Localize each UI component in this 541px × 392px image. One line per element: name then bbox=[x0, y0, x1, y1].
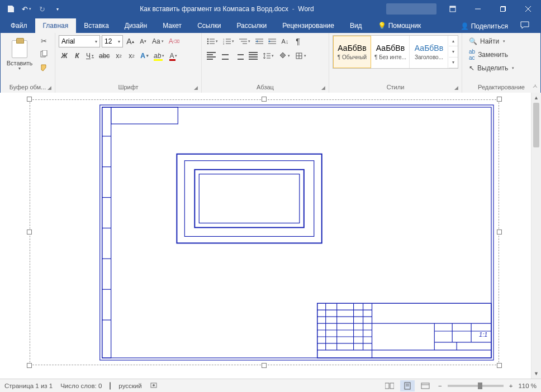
resize-handle-ml[interactable] bbox=[27, 230, 32, 235]
scroll-thumb[interactable] bbox=[533, 103, 539, 147]
font-size-value: 12 bbox=[105, 37, 112, 45]
paragraph-launcher[interactable]: ◢ bbox=[321, 85, 325, 90]
replace-icon: abac bbox=[469, 49, 475, 61]
resize-handle-tr[interactable] bbox=[497, 97, 502, 102]
align-left-button[interactable] bbox=[205, 50, 217, 62]
restore-button[interactable] bbox=[490, 1, 515, 17]
scroll-down-button[interactable]: ▼ bbox=[531, 369, 541, 379]
zoom-slider[interactable] bbox=[448, 385, 504, 387]
qat-customize-button[interactable]: ▾ bbox=[51, 2, 64, 16]
status-macro[interactable] bbox=[150, 381, 158, 390]
paste-button[interactable]: Вставить ▼ bbox=[4, 35, 35, 75]
find-button[interactable]: 🔍Найти bbox=[466, 35, 537, 47]
font-launcher[interactable]: ◢ bbox=[194, 85, 198, 90]
undo-button[interactable]: ↶ bbox=[20, 2, 33, 16]
close-button[interactable] bbox=[515, 1, 540, 17]
tell-me[interactable]: 💡 Помощник bbox=[370, 18, 429, 33]
zoom-out-button[interactable]: − bbox=[436, 383, 444, 389]
resize-handle-br[interactable] bbox=[497, 363, 502, 368]
italic-button[interactable]: К bbox=[72, 50, 83, 62]
bold-button[interactable]: Ж bbox=[59, 50, 70, 62]
replace-button[interactable]: abacЗаменить bbox=[466, 49, 537, 61]
styles-launcher[interactable]: ◢ bbox=[454, 85, 458, 90]
format-painter-button[interactable] bbox=[37, 62, 50, 73]
change-case-button[interactable]: Aa bbox=[150, 35, 165, 47]
search-icon: 🔍 bbox=[469, 37, 477, 45]
status-words[interactable]: Число слов: 0 bbox=[60, 383, 102, 389]
line-spacing-button[interactable] bbox=[261, 50, 276, 62]
copy-button[interactable] bbox=[37, 49, 50, 60]
vertical-scrollbar[interactable]: ▲ ▼ bbox=[531, 93, 541, 379]
font-name-combo[interactable]: Arial bbox=[59, 35, 100, 47]
tab-file[interactable]: Файл bbox=[3, 18, 35, 33]
styles-gallery[interactable]: АаБбВв ¶ Обычный АаБбВв ¶ Без инте... Аа… bbox=[333, 35, 458, 69]
inserted-image[interactable]: 1:1 bbox=[30, 99, 499, 365]
resize-handle-bm[interactable] bbox=[262, 363, 267, 368]
ribbon-options-button[interactable] bbox=[440, 1, 465, 17]
minimize-button[interactable] bbox=[465, 1, 490, 17]
tab-insert[interactable]: Вставка bbox=[76, 18, 117, 33]
font-size-combo[interactable]: 12 bbox=[102, 35, 123, 47]
style-no-spacing[interactable]: АаБбВв ¶ Без инте... bbox=[372, 36, 410, 68]
cut-button[interactable]: ✂ bbox=[37, 35, 50, 46]
status-proofing[interactable] bbox=[110, 383, 111, 389]
shading-button[interactable] bbox=[277, 50, 292, 62]
underline-button[interactable]: Ч bbox=[84, 50, 96, 62]
clipboard-launcher[interactable]: ◢ bbox=[48, 85, 51, 90]
svg-text:3: 3 bbox=[223, 42, 225, 45]
align-right-button[interactable] bbox=[233, 50, 245, 62]
multilevel-list-button[interactable] bbox=[238, 35, 252, 47]
resize-handle-tl[interactable] bbox=[27, 97, 32, 102]
save-button[interactable] bbox=[4, 2, 17, 16]
clear-formatting-button[interactable]: A⌫ bbox=[167, 35, 181, 47]
status-language[interactable]: русский bbox=[118, 383, 141, 389]
resize-handle-tm[interactable] bbox=[262, 97, 267, 102]
tab-layout[interactable]: Макет bbox=[155, 18, 189, 33]
highlight-button[interactable]: ab bbox=[152, 50, 166, 62]
tab-mailings[interactable]: Рассылки bbox=[229, 18, 274, 33]
increase-indent-button[interactable] bbox=[267, 35, 278, 47]
tab-references[interactable]: Ссылки bbox=[189, 18, 229, 33]
tab-view[interactable]: Вид bbox=[342, 18, 370, 33]
svg-rect-47 bbox=[194, 170, 304, 228]
view-print-button[interactable] bbox=[400, 380, 415, 391]
scroll-up-button[interactable]: ▲ bbox=[531, 93, 541, 103]
numbering-button[interactable]: 123 bbox=[221, 35, 236, 47]
shrink-font-button[interactable]: A▾ bbox=[137, 35, 149, 47]
select-button[interactable]: ↖Выделить bbox=[466, 62, 537, 74]
zoom-in-button[interactable]: + bbox=[507, 383, 515, 389]
tab-home[interactable]: Главная bbox=[35, 18, 77, 33]
text-effects-button[interactable]: A bbox=[139, 50, 150, 62]
document-area[interactable]: 1:1 ▲ ▼ bbox=[0, 93, 541, 379]
decrease-indent-button[interactable] bbox=[254, 35, 265, 47]
font-color-button[interactable]: A bbox=[168, 50, 179, 62]
justify-button[interactable] bbox=[247, 50, 259, 62]
styles-more[interactable]: ▴▾▾ bbox=[449, 36, 458, 68]
align-center-button[interactable] bbox=[219, 50, 231, 62]
view-read-button[interactable] bbox=[382, 380, 397, 391]
status-page[interactable]: Страница 1 из 1 bbox=[4, 383, 53, 389]
user-badge[interactable] bbox=[386, 3, 436, 15]
comments-button[interactable] bbox=[517, 19, 533, 33]
tab-design[interactable]: Дизайн bbox=[117, 18, 155, 33]
subscript-button[interactable]: x2 bbox=[113, 50, 124, 62]
resize-handle-mr[interactable] bbox=[497, 230, 502, 235]
tab-review[interactable]: Рецензирование bbox=[274, 18, 342, 33]
borders-button[interactable] bbox=[293, 50, 308, 62]
share-button[interactable]: 👤 Поделиться bbox=[457, 20, 511, 32]
zoom-value[interactable]: 110 % bbox=[518, 383, 537, 389]
bullets-button[interactable] bbox=[205, 35, 220, 47]
resize-handle-bl[interactable] bbox=[27, 363, 32, 368]
style-normal[interactable]: АаБбВв ¶ Обычный bbox=[333, 36, 371, 68]
sort-button[interactable]: A↓ bbox=[279, 35, 291, 47]
grow-font-button[interactable]: A▴ bbox=[125, 35, 136, 47]
superscript-button[interactable]: x2 bbox=[126, 50, 137, 62]
style-heading1[interactable]: АаБбВв Заголово... bbox=[410, 36, 448, 68]
redo-button[interactable]: ↻ bbox=[35, 2, 49, 16]
share-label: Поделиться bbox=[471, 22, 508, 30]
collapse-ribbon-button[interactable]: ㅅ bbox=[532, 82, 538, 90]
svg-point-7 bbox=[207, 39, 209, 40]
show-marks-button[interactable]: ¶ bbox=[292, 35, 303, 47]
view-web-button[interactable] bbox=[418, 380, 433, 391]
strikethrough-button[interactable]: abc bbox=[97, 50, 111, 62]
